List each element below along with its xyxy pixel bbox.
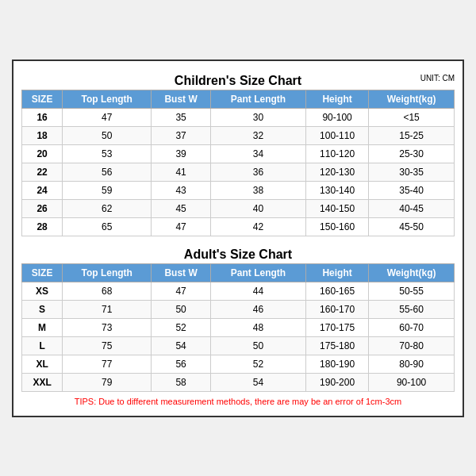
adult-col-top-length: Top Length: [63, 263, 152, 282]
children-col-pant-length: Pant Length: [211, 90, 306, 108]
table-cell: 24: [22, 181, 63, 199]
table-cell: XL: [22, 355, 63, 373]
table-cell: 56: [63, 163, 152, 181]
table-cell: 37: [152, 126, 211, 144]
table-cell: 47: [152, 282, 211, 300]
table-cell: 55-60: [369, 300, 455, 318]
adult-title: Adult's Size Chart: [21, 243, 455, 263]
table-cell: 79: [63, 373, 152, 391]
table-cell: 175-180: [305, 336, 368, 355]
table-cell: 130-140: [305, 181, 368, 199]
children-title-text: Children's Size Chart: [175, 74, 301, 87]
table-cell: 54: [152, 336, 211, 355]
table-row: 26624540140-15040-45: [22, 199, 455, 217]
table-row: XL775652180-19080-90: [22, 355, 455, 373]
adult-col-weight: Weight(kg): [369, 263, 455, 282]
table-cell: 50: [63, 126, 152, 144]
table-cell: 35-40: [369, 181, 455, 199]
table-cell: 59: [63, 181, 152, 199]
table-cell: 52: [152, 318, 211, 336]
adult-col-height: Height: [305, 263, 368, 282]
table-cell: 15-25: [369, 126, 455, 144]
adult-table: SIZE Top Length Bust W Pant Length Heigh…: [21, 263, 455, 392]
table-cell: 150-160: [305, 217, 368, 236]
table-cell: 34: [211, 144, 306, 163]
table-cell: <15: [369, 108, 455, 126]
chart-container: Children's Size Chart UNIT: CM SIZE Top …: [12, 60, 464, 417]
children-col-bust-w: Bust W: [152, 90, 211, 108]
table-cell: 36: [211, 163, 306, 181]
table-cell: XS: [22, 282, 63, 300]
table-cell: 54: [211, 373, 306, 391]
table-cell: 90-100: [305, 108, 368, 126]
table-cell: 40: [211, 199, 306, 217]
children-table: SIZE Top Length Bust W Pant Length Heigh…: [21, 90, 455, 236]
table-cell: 41: [152, 163, 211, 181]
table-cell: 170-175: [305, 318, 368, 336]
table-row: 24594338130-14035-40: [22, 181, 455, 199]
table-cell: 25-30: [369, 144, 455, 163]
table-cell: 48: [211, 318, 306, 336]
adult-header-row: SIZE Top Length Bust W Pant Length Heigh…: [22, 263, 455, 282]
table-cell: 140-150: [305, 199, 368, 217]
table-row: 1647353090-100<15: [22, 108, 455, 126]
table-cell: 28: [22, 217, 63, 236]
table-cell: 73: [63, 318, 152, 336]
table-row: 18503732100-11015-25: [22, 126, 455, 144]
adult-title-text: Adult's Size Chart: [184, 248, 292, 261]
table-cell: 65: [63, 217, 152, 236]
table-cell: 22: [22, 163, 63, 181]
table-cell: 39: [152, 144, 211, 163]
table-cell: 47: [152, 217, 211, 236]
table-cell: 56: [152, 355, 211, 373]
table-cell: 18: [22, 126, 63, 144]
table-cell: 90-100: [369, 373, 455, 391]
table-cell: 44: [211, 282, 306, 300]
table-cell: 45: [152, 199, 211, 217]
children-col-size: SIZE: [22, 90, 63, 108]
table-cell: 32: [211, 126, 306, 144]
adult-col-size: SIZE: [22, 263, 63, 282]
table-cell: 120-130: [305, 163, 368, 181]
table-cell: 46: [211, 300, 306, 318]
table-cell: 50: [152, 300, 211, 318]
table-cell: M: [22, 318, 63, 336]
table-cell: XXL: [22, 373, 63, 391]
table-row: M735248170-17560-70: [22, 318, 455, 336]
table-cell: 45-50: [369, 217, 455, 236]
table-cell: 190-200: [305, 373, 368, 391]
table-cell: 16: [22, 108, 63, 126]
table-cell: 38: [211, 181, 306, 199]
table-row: XXL795854190-20090-100: [22, 373, 455, 391]
table-cell: 42: [211, 217, 306, 236]
table-row: XS684744160-16550-55: [22, 282, 455, 300]
table-cell: 52: [211, 355, 306, 373]
adult-col-bust-w: Bust W: [152, 263, 211, 282]
table-cell: 77: [63, 355, 152, 373]
table-cell: 40-45: [369, 199, 455, 217]
unit-label: UNIT: CM: [420, 74, 455, 83]
table-cell: 26: [22, 199, 63, 217]
table-row: 20533934110-12025-30: [22, 144, 455, 163]
table-row: 28654742150-16045-50: [22, 217, 455, 236]
table-cell: 35: [152, 108, 211, 126]
table-row: 22564136120-13030-35: [22, 163, 455, 181]
table-cell: 58: [152, 373, 211, 391]
table-cell: 110-120: [305, 144, 368, 163]
table-cell: 160-165: [305, 282, 368, 300]
children-col-height: Height: [305, 90, 368, 108]
table-cell: 47: [63, 108, 152, 126]
table-cell: 160-170: [305, 300, 368, 318]
table-cell: 30: [211, 108, 306, 126]
children-title: Children's Size Chart UNIT: CM: [21, 69, 455, 90]
table-row: S715046160-17055-60: [22, 300, 455, 318]
children-header-row: SIZE Top Length Bust W Pant Length Heigh…: [22, 90, 455, 108]
table-cell: 100-110: [305, 126, 368, 144]
table-cell: S: [22, 300, 63, 318]
table-cell: 43: [152, 181, 211, 199]
table-cell: 60-70: [369, 318, 455, 336]
table-cell: 75: [63, 336, 152, 355]
children-col-weight: Weight(kg): [369, 90, 455, 108]
table-cell: 62: [63, 199, 152, 217]
table-cell: 68: [63, 282, 152, 300]
